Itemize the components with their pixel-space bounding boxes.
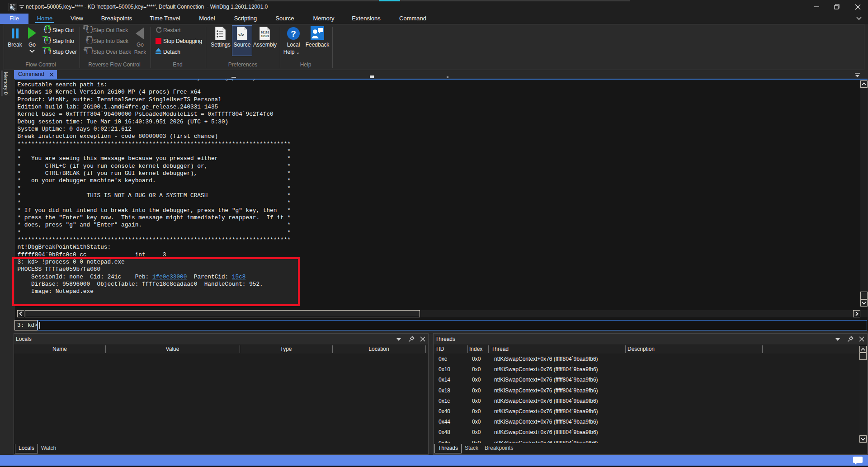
- svg-text:?: ?: [291, 29, 296, 38]
- svg-text:01101: 01101: [261, 31, 269, 34]
- svg-text:</>: </>: [238, 33, 244, 37]
- svg-text:10101: 10101: [261, 35, 269, 38]
